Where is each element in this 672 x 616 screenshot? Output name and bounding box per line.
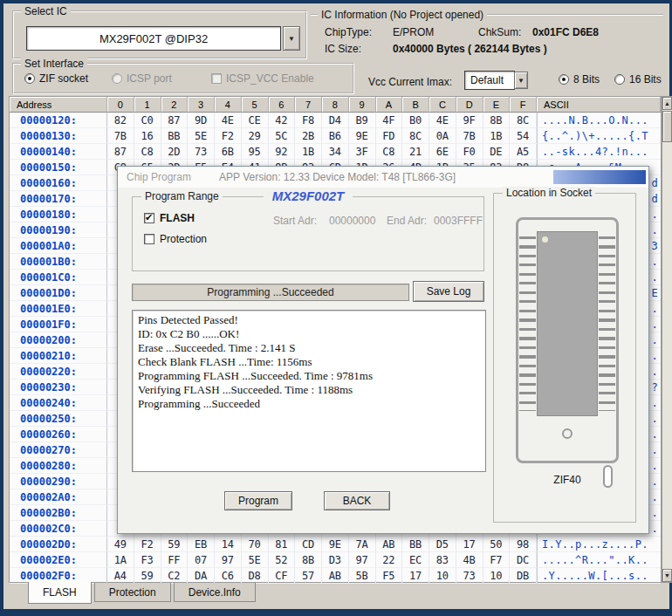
hex-byte-cell[interactable]: FD [376,128,403,144]
hex-byte-cell[interactable]: F7 [483,552,511,568]
hex-scrollbar[interactable]: ▲ ▼ [662,96,672,583]
hex-byte-cell[interactable]: D3 [322,552,349,568]
hex-byte-cell[interactable]: F5 [376,568,403,584]
hex-byte-cell[interactable]: 5C [269,128,296,144]
hex-byte-cell[interactable]: 7B [456,128,483,144]
hex-byte-cell[interactable]: 9D [188,113,215,128]
hex-byte-cell[interactable]: 97 [349,552,376,568]
hex-byte-cell[interactable]: DA [188,568,215,584]
vcc-imax-dropdown-button[interactable]: ▼ [514,72,528,89]
hex-byte-cell[interactable]: 52 [269,552,296,568]
hex-byte-cell[interactable]: F2 [134,537,161,552]
scroll-down-button[interactable]: ▼ [662,569,672,582]
hex-byte-cell[interactable]: 7B [107,128,134,144]
hex-byte-cell[interactable]: F2 [215,128,242,144]
hex-byte-cell[interactable]: 8B [483,113,511,128]
hex-byte-cell[interactable]: 2D [161,144,189,160]
vcc-imax-combobox[interactable]: Default [464,71,515,90]
hex-byte-cell[interactable]: CD [295,537,322,552]
hex-byte-cell[interactable]: 3F [349,144,376,160]
hex-byte-cell[interactable]: D4 [322,113,349,128]
hex-byte-cell[interactable]: 73 [456,568,483,584]
bits16-radio[interactable]: 16 Bits [614,73,662,86]
hex-byte-cell[interactable]: DC [510,552,537,568]
hex-byte-cell[interactable]: 95 [242,144,269,160]
hex-byte-cell[interactable]: 9E [349,128,376,144]
hex-ascii-cell[interactable]: .....^R..."..K.. [537,552,661,568]
back-button[interactable]: BACK [324,491,390,510]
hex-byte-cell[interactable]: 4B [456,552,483,568]
hex-byte-cell[interactable]: 16 [134,128,161,144]
hex-byte-cell[interactable]: 8C [402,128,429,144]
hex-byte-cell[interactable]: B9 [349,113,376,128]
hex-byte-cell[interactable]: BB [402,537,429,552]
hex-ascii-cell[interactable]: .Y.....W.[...s.. [537,568,661,584]
hex-byte-cell[interactable]: 1B [483,128,511,144]
hex-ascii-cell[interactable]: I.Y..p...z....P. [537,537,661,552]
hex-byte-cell[interactable]: 21 [402,144,429,160]
hex-byte-cell[interactable]: D8 [242,568,269,584]
hex-ascii-cell[interactable]: {..^.)\+.....{.T [537,128,661,144]
hex-byte-cell[interactable]: 42 [269,113,296,128]
hex-byte-cell[interactable]: AB [322,568,349,584]
hex-byte-cell[interactable]: 8B [295,552,322,568]
hex-byte-cell[interactable]: EB [188,537,215,552]
icsp-port-radio[interactable]: ICSP port [112,72,172,85]
hex-byte-cell[interactable]: B6 [322,128,349,144]
hex-byte-cell[interactable]: 9F [456,113,483,128]
hex-byte-cell[interactable]: 9E [322,537,349,552]
hex-byte-cell[interactable]: CF [269,568,296,584]
bits8-radio[interactable]: 8 Bits [559,73,600,86]
hex-byte-cell[interactable]: C6 [215,568,242,584]
hex-byte-cell[interactable]: 22 [376,552,403,568]
hex-byte-cell[interactable]: 49 [107,537,134,552]
hex-byte-cell[interactable]: EC [402,552,429,568]
hex-byte-cell[interactable]: 83 [429,552,456,568]
hex-byte-cell[interactable]: C0 [134,113,161,128]
tab-flash[interactable]: FLASH [28,582,92,604]
hex-byte-cell[interactable]: A4 [107,568,134,584]
hex-byte-cell[interactable]: F3 [134,552,161,568]
hex-byte-cell[interactable]: 0A [429,128,456,144]
hex-byte-cell[interactable]: 8C [510,113,537,128]
hex-byte-cell[interactable]: 81 [269,537,296,552]
hex-byte-cell[interactable]: 5E [242,552,269,568]
ic-select-dropdown-button[interactable]: ▼ [283,26,300,51]
hex-byte-cell[interactable]: 4F [376,113,403,128]
hex-ascii-cell[interactable]: ..-sk...4?.!n... [537,144,661,160]
hex-byte-cell[interactable]: 54 [510,128,537,144]
hex-byte-cell[interactable]: 5E [188,128,215,144]
tab-device-info[interactable]: Device.Info [174,583,256,602]
hex-byte-cell[interactable]: 73 [188,144,215,160]
hex-byte-cell[interactable]: 10 [429,568,456,584]
hex-byte-cell[interactable]: 59 [161,537,189,552]
hex-byte-cell[interactable]: B0 [402,113,429,128]
hex-byte-cell[interactable]: 87 [161,113,189,128]
hex-byte-cell[interactable]: 59 [134,568,161,584]
hex-byte-cell[interactable]: 1A [107,552,134,568]
hex-byte-cell[interactable]: FF [161,552,189,568]
hex-byte-cell[interactable]: 57 [295,568,322,584]
hex-byte-cell[interactable]: 14 [215,537,242,552]
ic-select-combobox[interactable]: MX29F002T @DIP32 [26,26,281,51]
hex-byte-cell[interactable]: 5B [349,568,376,584]
hex-byte-cell[interactable]: 2B [295,128,322,144]
icsp-vcc-checkbox[interactable]: ICSP_VCC Enable [211,72,314,85]
hex-byte-cell[interactable]: 10 [483,568,511,584]
hex-byte-cell[interactable]: 6E [429,144,456,160]
hex-byte-cell[interactable]: F0 [456,144,483,160]
hex-byte-cell[interactable]: 50 [483,537,511,552]
hex-byte-cell[interactable]: 17 [402,568,429,584]
program-button[interactable]: Program [224,491,292,510]
hex-byte-cell[interactable]: 07 [188,552,215,568]
hex-byte-cell[interactable]: 97 [215,552,242,568]
hex-byte-cell[interactable]: 98 [510,537,537,552]
hex-ascii-cell[interactable]: ....N.B...O.N... [537,113,661,128]
hex-byte-cell[interactable]: 87 [107,144,134,160]
hex-byte-cell[interactable]: DB [510,568,537,584]
hex-byte-cell[interactable]: 4E [215,113,242,128]
hex-byte-cell[interactable]: 17 [456,537,483,552]
hex-byte-cell[interactable]: AB [376,537,403,552]
protection-checkbox[interactable]: Protection [144,233,207,245]
hex-byte-cell[interactable]: C8 [134,144,161,160]
